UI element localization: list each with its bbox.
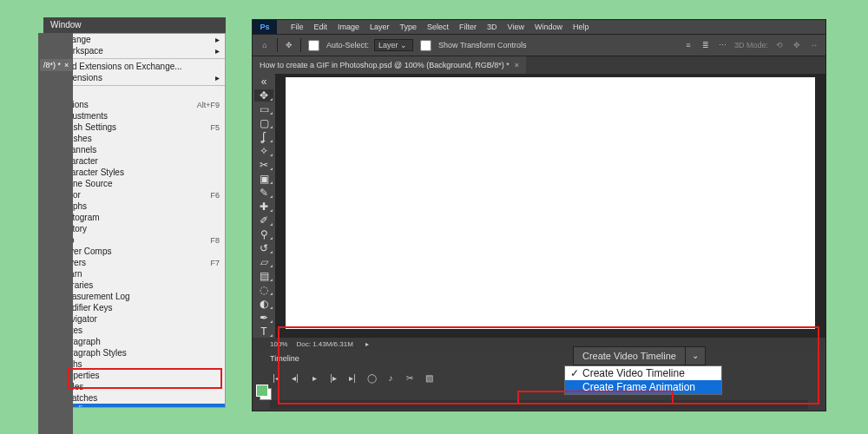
menu-edit[interactable]: Edit [309,23,333,31]
align-icon[interactable]: ≡ [682,39,694,51]
align-icon-2[interactable]: ≣ [700,39,712,51]
tool-flyout-icon [270,334,273,337]
menu-item-label: Channels [60,145,220,155]
tool-stamp[interactable]: ⚲ [254,228,273,240]
canvas[interactable] [286,77,815,329]
tool-flyout-icon [270,251,273,253]
menu-shortcut: F6 [210,191,220,200]
tool-flyout-icon [270,168,273,170]
menu-shortcut: F8 [210,236,220,245]
menu-item-label: Notes [60,326,220,335]
tool-gradient[interactable]: ▤ [254,270,273,282]
menu-title-bar: Window [43,17,226,33]
tool-flyout-icon [270,112,273,115]
tool-eraser[interactable]: ▱ [254,256,273,268]
menu-shortcut: Alt+F9 [197,101,220,109]
submenu-caret-icon: ▸ [215,35,220,44]
3d-slide-icon[interactable]: ↔ [808,39,820,51]
highlight-timeline-menu [68,368,222,389]
tool-flyout-icon [270,320,273,323]
3d-pan-icon[interactable]: ✥ [791,39,803,51]
tool-quickselect[interactable]: ✧ [254,145,273,157]
tool-flyout-icon [270,98,273,101]
menu-image[interactable]: Image [332,23,365,31]
close-icon[interactable]: × [515,61,519,69]
menu-layer[interactable]: Layer [365,23,395,31]
menu-title-window[interactable]: Window [43,17,89,33]
menu-filter[interactable]: Filter [454,23,482,31]
menu-item-label: Info [60,235,210,245]
tool-frame[interactable]: ▣ [254,173,273,185]
tool-lasso[interactable]: ʆ [254,131,273,143]
tool-flyout-icon [270,195,273,198]
tool-pen[interactable]: ✒ [254,312,273,324]
menu-item-label: History [60,224,220,233]
window-menu-screenshot: /8*) *× Window Arrange▸Workspace▸Find Ex… [43,17,226,408]
close-icon[interactable]: × [64,61,69,69]
app-menubar: Ps FileEditImageLayerTypeSelectFilter3DV… [253,20,825,34]
tool-artboard[interactable]: ▭ [254,103,273,115]
menu-3d[interactable]: 3D [482,23,503,31]
menu-window[interactable]: Window [529,23,568,31]
tools-panel: «✥▭▢ʆ✧✂▣✎✚✐⚲↺▱▤◌◐✒T↖◻⋯ [253,74,275,338]
color-swatch[interactable] [256,385,272,400]
tool-flyout-icon [270,181,273,184]
menu-type[interactable]: Type [395,23,423,31]
menu-file[interactable]: File [286,23,309,31]
tool-history-brush[interactable]: ↺ [254,242,273,254]
submenu-caret-icon: ▸ [215,46,220,56]
menu-help[interactable]: Help [568,23,595,31]
menu-item-label: Glyphs [60,201,220,211]
tool-flyout-icon [270,140,273,142]
show-transform-checkbox[interactable] [420,40,431,51]
menu-item-label: Layers [60,258,210,267]
tool-type[interactable]: T [254,326,273,338]
document-tab-bar: How to create a GIF in Photoshop.psd @ 1… [253,56,825,74]
3d-orbit-icon[interactable]: ⟲ [773,39,786,51]
tool-crop[interactable]: ✂ [254,159,273,171]
tool-move[interactable]: ✥ [254,89,273,102]
auto-select-label: Auto-Select: [326,41,369,49]
menu-item-label: Actions [60,100,197,109]
tool-flyout-icon [270,265,273,267]
auto-select-checkbox[interactable] [308,40,319,51]
menu-item-label: Workspace [60,46,212,56]
tool-blur[interactable]: ◌ [254,284,273,296]
tool-marquee[interactable]: ▢ [254,117,273,129]
tool-dodge[interactable]: ◐ [254,298,273,310]
foreground-color-swatch[interactable] [256,385,268,397]
tool-healing[interactable]: ✚ [254,201,273,213]
auto-select-combo[interactable]: Layer ⌄ [374,39,413,51]
more-icon[interactable]: ⋯ [717,39,729,51]
toolbar-collapse-icon[interactable]: « [254,76,273,88]
menu-shortcut: F7 [210,259,220,267]
menu-item-label: Character [60,156,220,166]
tool-eyedropper[interactable]: ✎ [254,187,273,199]
tool-flyout-icon [270,237,273,240]
tool-flyout-icon [270,306,273,309]
menu-item-label: Arrange [60,35,212,44]
tool-flyout-icon [270,223,273,226]
menu-item-label: Layer Comps [60,247,220,256]
menu-item-label: Learn [60,269,220,279]
tool-flyout-icon [270,154,273,156]
menu-item-label: 3D [60,89,220,98]
document-tab[interactable]: How to create a GIF in Photoshop.psd @ 1… [253,56,526,74]
tool-flyout-icon [270,126,273,128]
menu-item-label: Paragraph Styles [60,348,220,358]
tool-brush[interactable]: ✐ [254,214,273,227]
menu-item-label: Clone Source [60,179,220,188]
menu-item-label: Brush Settings [60,122,210,132]
tool-flyout-icon [270,279,273,281]
options-bar: ⌂ ✥ Auto-Select: Layer ⌄ Show Transform … [253,34,825,56]
menu-view[interactable]: View [503,23,529,31]
menu-select[interactable]: Select [422,23,454,31]
menu-item-label: Color [60,190,210,200]
menu-item-label: Find Extensions on Exchange... [60,62,220,71]
background-tab: /8*) *× [40,59,72,71]
3d-mode-label: 3D Mode: [734,41,768,49]
home-icon[interactable]: ⌂ [258,38,272,52]
menu-item-label: Timeline [60,404,220,408]
move-tool-icon: ✥ [283,39,295,51]
ps-logo-icon: Ps [253,20,277,34]
